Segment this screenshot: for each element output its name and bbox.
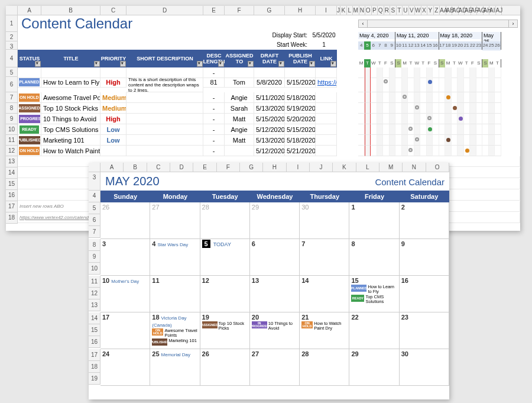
- desc-length-cell[interactable]: 81: [203, 77, 225, 88]
- calendar-day-cell[interactable]: 13: [250, 276, 300, 312]
- col-header[interactable]: M: [379, 163, 403, 172]
- row-number[interactable]: 10: [6, 124, 18, 135]
- row-number[interactable]: 14: [89, 312, 100, 324]
- row-number[interactable]: 9: [89, 251, 100, 263]
- calendar-day-cell[interactable]: 11: [150, 276, 200, 312]
- row-number[interactable]: 14: [6, 167, 18, 179]
- col-header[interactable]: F: [217, 163, 240, 172]
- row-number[interactable]: 9: [6, 114, 18, 124]
- draft-date-cell[interactable]: 5/15/2020: [254, 114, 285, 124]
- link-cell[interactable]: [316, 103, 337, 114]
- description-cell[interactable]: [126, 92, 203, 103]
- header-title[interactable]: TITLE: [41, 50, 100, 67]
- publish-date-cell[interactable]: 5/15/2020: [285, 77, 316, 88]
- status-badge[interactable]: ON HOLD: [19, 94, 39, 102]
- col-header[interactable]: F: [225, 6, 254, 15]
- col-header[interactable]: E: [203, 6, 225, 15]
- header-link[interactable]: LINK: [316, 50, 337, 67]
- calendar-day-cell[interactable]: 18 Victoria Day (Canada) ON HOLDAwesome …: [150, 312, 200, 349]
- col-header[interactable]: H: [285, 6, 316, 15]
- row-number[interactable]: 5: [6, 67, 18, 77]
- publish-date-cell[interactable]: 5/21/2020: [285, 146, 316, 156]
- calendar-day-cell[interactable]: 28: [200, 202, 250, 239]
- link-cell[interactable]: [316, 135, 337, 146]
- row-number[interactable]: 8: [6, 103, 18, 114]
- assigned-cell[interactable]: Sarah: [225, 103, 254, 114]
- col-header[interactable]: N: [403, 163, 426, 172]
- row-number[interactable]: 8: [89, 239, 100, 251]
- row-number[interactable]: 1: [6, 15, 18, 32]
- publish-date-cell[interactable]: 5/18/2020: [285, 92, 316, 103]
- calendar-event[interactable]: PUBLISHEDMarketing 101: [152, 338, 197, 346]
- title-cell[interactable]: Marketing 101: [41, 135, 100, 146]
- row-number[interactable]: 18: [6, 212, 18, 224]
- col-header[interactable]: D: [170, 163, 193, 172]
- calendar-day-cell[interactable]: 26: [100, 202, 150, 239]
- calendar-day-cell[interactable]: 28: [300, 349, 349, 386]
- calendar-day-cell[interactable]: 4 Star Wars Day: [150, 239, 200, 276]
- col-header[interactable]: K: [340, 6, 347, 15]
- sort-icon[interactable]: [248, 61, 254, 67]
- assigned-cell[interactable]: Matt: [225, 135, 254, 146]
- description-cell[interactable]: [126, 135, 203, 146]
- calendar-day-cell[interactable]: 29: [349, 349, 399, 386]
- title-cell[interactable]: Top 10 Stock Picks: [41, 103, 100, 114]
- col-header[interactable]: AG: [477, 6, 484, 15]
- priority-cell[interactable]: High: [100, 114, 126, 124]
- priority-cell[interactable]: [100, 146, 126, 156]
- col-header[interactable]: H: [263, 163, 286, 172]
- row-number[interactable]: 2: [6, 32, 18, 41]
- calendar-day-cell[interactable]: 6: [250, 239, 300, 276]
- row-number[interactable]: 13: [6, 156, 18, 167]
- calendar-day-cell[interactable]: 3: [100, 239, 150, 276]
- calendar-day-cell[interactable]: 7: [300, 239, 349, 276]
- calendar-event[interactable]: ON HOLDHow to Watch Paint Dry: [301, 321, 347, 331]
- calendar-day-cell[interactable]: 15 PLANNEDHow to Learn to FlyREADYTop CM…: [349, 276, 399, 312]
- sort-icon[interactable]: [197, 61, 203, 67]
- link-cell[interactable]: https://ww: [316, 77, 337, 88]
- col-header[interactable]: C: [147, 163, 170, 172]
- col-header[interactable]: R: [384, 6, 391, 15]
- col-header[interactable]: AJ: [496, 6, 502, 15]
- status-badge[interactable]: READY: [20, 125, 39, 134]
- sort-icon[interactable]: [218, 61, 224, 67]
- publish-date-cell[interactable]: 5/15/2020: [285, 124, 316, 135]
- scroll-right-button[interactable]: ›: [508, 20, 518, 28]
- calendar-day-cell[interactable]: 9: [400, 239, 449, 276]
- row-number[interactable]: 19: [89, 373, 100, 385]
- calendar-day-cell[interactable]: 8: [349, 239, 399, 276]
- description-cell[interactable]: This is a short description of this cont…: [126, 77, 203, 92]
- display-start-value[interactable]: 5/5/2020: [307, 32, 340, 41]
- header-status[interactable]: STATUS: [18, 50, 41, 67]
- description-cell[interactable]: [126, 103, 203, 114]
- publish-date-cell[interactable]: 5/19/2020: [285, 103, 316, 114]
- calendar-day-cell[interactable]: 27: [150, 202, 200, 239]
- scroll-left-button[interactable]: ‹: [358, 20, 368, 28]
- status-badge[interactable]: PUBLISHED: [19, 136, 40, 144]
- calendar-day-cell[interactable]: 17: [100, 312, 150, 349]
- col-header[interactable]: W: [415, 6, 421, 15]
- title-cell[interactable]: How to Watch Paint Dry: [41, 146, 100, 156]
- gantt-scrollbar[interactable]: ‹ ›: [358, 15, 518, 32]
- row-number[interactable]: 6: [6, 77, 18, 92]
- col-header[interactable]: AB: [446, 6, 453, 15]
- row-number[interactable]: 5: [89, 202, 100, 214]
- draft-date-cell[interactable]: 5/11/2020: [254, 92, 285, 103]
- calendar-day-cell[interactable]: 10 Mother's Day: [100, 276, 150, 312]
- col-header[interactable]: M: [353, 6, 359, 15]
- assigned-cell[interactable]: Matt: [225, 114, 254, 124]
- calendar-day-cell[interactable]: 20 IN PROGRESS10 Things to Avoid: [250, 312, 300, 349]
- title-cell[interactable]: Awesome Travel Points: [41, 92, 100, 103]
- status-badge[interactable]: ASSIGNED: [19, 104, 40, 112]
- row-number[interactable]: 17: [6, 201, 18, 212]
- description-cell[interactable]: [126, 124, 203, 135]
- calendar-day-cell[interactable]: 1: [349, 202, 399, 239]
- sort-icon[interactable]: [35, 61, 41, 67]
- calendar-day-cell[interactable]: 5 TODAY: [200, 239, 250, 276]
- calendar-event[interactable]: IN PROGRESS10 Things to Avoid: [252, 321, 297, 331]
- col-header[interactable]: G: [254, 6, 285, 15]
- col-header[interactable]: A: [100, 163, 124, 172]
- calendar-day-cell[interactable]: 30: [400, 349, 449, 386]
- calendar-day-cell[interactable]: 24: [100, 349, 150, 386]
- col-header[interactable]: X: [421, 6, 428, 15]
